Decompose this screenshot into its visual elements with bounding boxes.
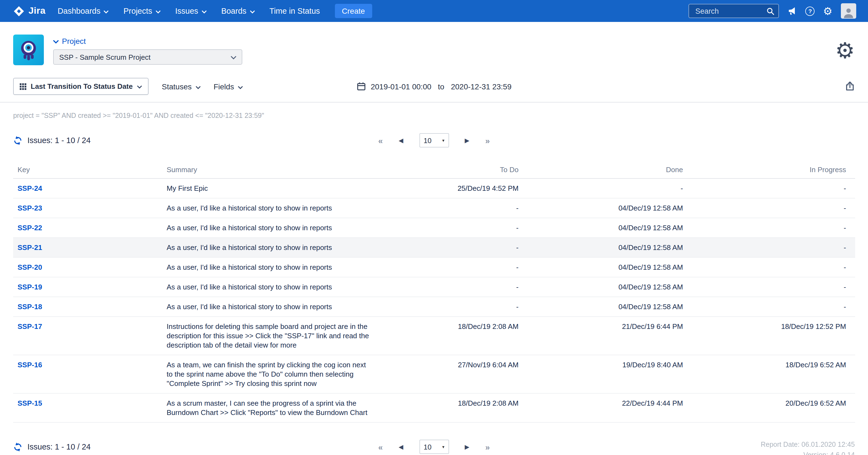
issue-key-link[interactable]: SSP-24 (18, 184, 42, 192)
project-avatar (13, 34, 44, 65)
issues-pagination-bottom: Issues: 1 - 10 / 24 « ◀ 10 ▾ ▶ » Report … (0, 437, 868, 455)
user-avatar[interactable] (841, 3, 856, 19)
done-date: 04/Dec/19 12:58 AM (523, 257, 687, 277)
todo-date: 25/Dec/19 4:52 PM (375, 179, 523, 198)
refresh-icon[interactable] (13, 136, 23, 145)
grid-icon (20, 83, 26, 90)
caret-down-icon: ▾ (442, 444, 444, 449)
first-page-button[interactable]: « (378, 442, 383, 451)
prev-page-button[interactable]: ◀ (399, 443, 403, 450)
pager: « ◀ 10 ▾ ▶ » (378, 439, 490, 454)
refresh-icon[interactable] (13, 442, 23, 451)
admin-gear-icon[interactable]: ⚙ (823, 6, 832, 16)
table-row: SSP-15As a scrum master, I can see the p… (13, 394, 855, 423)
done-date: 04/Dec/19 12:58 AM (523, 199, 687, 218)
todo-date: - (375, 257, 523, 277)
issue-key-link[interactable]: SSP-19 (18, 283, 42, 291)
last-page-button[interactable]: » (485, 136, 490, 145)
todo-date: - (375, 238, 523, 257)
help-icon[interactable]: ? (806, 6, 815, 16)
statuses-dropdown[interactable]: Statuses (162, 82, 200, 91)
question-mark: ? (806, 6, 815, 16)
column-header-summary[interactable]: Summary (167, 162, 375, 179)
table-row: SSP-22As a user, I'd like a historical s… (13, 218, 855, 238)
done-date: 19/Dec/19 8:40 AM (523, 355, 687, 393)
search-box[interactable] (689, 4, 779, 18)
project-select[interactable]: SSP - Sample Scrum Project (53, 49, 242, 65)
report-date: Report Date: 06.01.2020 12:45 (761, 439, 855, 450)
inprogress-date: 18/Dec/19 6:52 AM (687, 355, 855, 393)
chevron-down-icon (202, 7, 206, 16)
time-in-status-page: Jira Dashboards Projects Issues Boards T… (0, 0, 868, 455)
page-size-select[interactable]: 10 ▾ (419, 439, 449, 454)
announcements-icon[interactable] (787, 6, 797, 16)
chevron-down-icon (250, 7, 255, 16)
nav-boards[interactable]: Boards (221, 7, 255, 16)
done-date: - (523, 179, 687, 198)
column-header-todo[interactable]: To Do (375, 162, 523, 179)
next-page-button[interactable]: ▶ (465, 443, 469, 450)
last-page-button[interactable]: » (485, 442, 490, 451)
nav-time-in-status[interactable]: Time in Status (270, 7, 320, 16)
table-row: SSP-18As a user, I'd like a historical s… (13, 297, 855, 317)
issue-key-link[interactable]: SSP-15 (18, 399, 42, 407)
table-row: SSP-16As a team, we can finish the sprin… (13, 355, 855, 394)
nav-issues[interactable]: Issues (175, 7, 206, 16)
done-date: 22/Dec/19 4:44 PM (523, 394, 687, 422)
done-date: 04/Dec/19 12:58 AM (523, 277, 687, 297)
todo-date: 27/Nov/19 6:04 AM (375, 355, 523, 393)
issues-count-group: Issues: 1 - 10 / 24 (13, 442, 91, 451)
chevron-down-icon (238, 82, 243, 91)
first-page-button[interactable]: « (378, 136, 383, 145)
issue-summary: As a user, I'd like a historical story t… (167, 199, 375, 218)
create-button[interactable]: Create (335, 4, 372, 18)
project-selector-group: Project SSP - Sample Scrum Project (53, 34, 242, 65)
issue-key-link[interactable]: SSP-21 (18, 243, 42, 252)
search-input[interactable] (694, 6, 767, 16)
prev-page-button[interactable]: ◀ (399, 137, 403, 144)
inprogress-date: - (687, 179, 855, 198)
table-row: SSP-23As a user, I'd like a historical s… (13, 199, 855, 218)
statuses-label: Statuses (162, 82, 192, 91)
column-header-done[interactable]: Done (523, 162, 687, 179)
page-size-select[interactable]: 10 ▾ (419, 133, 449, 148)
done-date: 21/Dec/19 6:44 PM (523, 317, 687, 355)
report-type-button[interactable]: Last Transition To Status Date (13, 78, 149, 95)
todo-date: - (375, 199, 523, 218)
issue-key-link[interactable]: SSP-16 (18, 361, 42, 369)
issue-key-link[interactable]: SSP-23 (18, 204, 42, 212)
date-range-picker[interactable]: 2019-01-01 00:00 to 2020-12-31 23:59 (356, 82, 512, 91)
inprogress-date: - (687, 238, 855, 257)
issue-key-link[interactable]: SSP-17 (18, 322, 42, 331)
fields-dropdown[interactable]: Fields (214, 82, 243, 91)
issue-key-cell: SSP-23 (13, 199, 167, 218)
next-page-button[interactable]: ▶ (465, 137, 469, 144)
nav-projects[interactable]: Projects (124, 7, 161, 16)
column-header-key[interactable]: Key (13, 162, 167, 179)
issue-key-cell: SSP-17 (13, 317, 167, 355)
column-header-inprogress[interactable]: In Progress (687, 162, 855, 179)
jira-home-link[interactable]: Jira (13, 5, 45, 17)
todo-date: 18/Dec/19 2:08 AM (375, 317, 523, 355)
main-nav: Dashboards Projects Issues Boards Time i… (58, 7, 320, 16)
search-icon[interactable] (767, 7, 775, 15)
export-icon[interactable] (844, 81, 855, 92)
inprogress-date: - (687, 218, 855, 237)
nav-dashboards[interactable]: Dashboards (58, 7, 108, 16)
page-size-value: 10 (424, 443, 432, 451)
issue-key-link[interactable]: SSP-22 (18, 224, 42, 232)
project-section-toggle[interactable]: Project (53, 37, 242, 46)
settings-gear-icon[interactable]: ⚙ (835, 39, 855, 61)
issue-key-link[interactable]: SSP-20 (18, 263, 42, 271)
nav-label: Dashboards (58, 7, 100, 16)
issue-key-cell: SSP-24 (13, 179, 167, 198)
nav-label: Issues (175, 7, 198, 16)
chevron-down-icon (195, 82, 200, 91)
issue-key-link[interactable]: SSP-18 (18, 303, 42, 311)
todo-date: - (375, 297, 523, 316)
nav-label: Projects (124, 7, 152, 16)
issues-table-body: SSP-24My First Epic25/Dec/19 4:52 PM--SS… (13, 179, 855, 423)
issues-pagination-top: Issues: 1 - 10 / 24 « ◀ 10 ▾ ▶ » (0, 131, 868, 150)
todo-date: - (375, 277, 523, 297)
date-from: 2019-01-01 00:00 (371, 82, 431, 91)
